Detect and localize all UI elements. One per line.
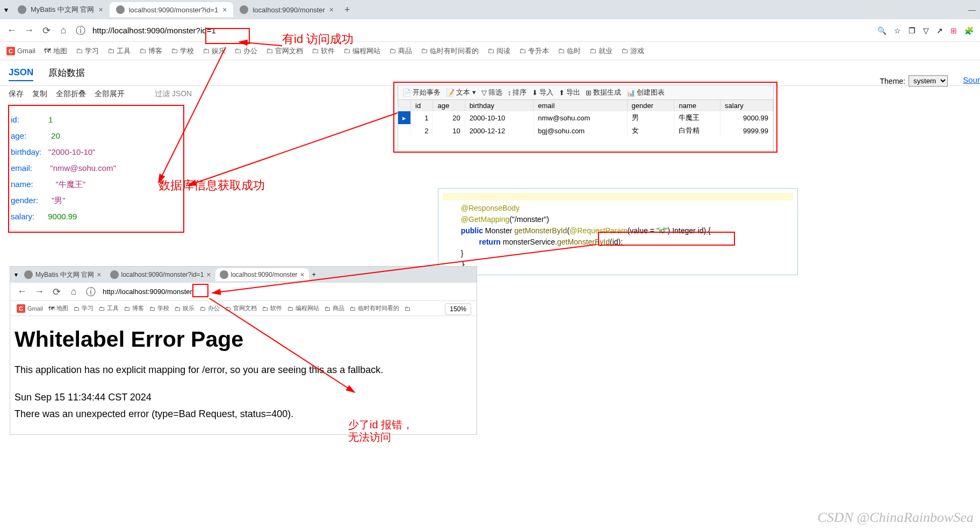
bookmark-item[interactable]: 🗀编程网站 <box>343 46 380 56</box>
zoom-badge[interactable]: 150% <box>445 303 471 315</box>
home-icon[interactable]: ⌂ <box>58 25 69 36</box>
close-icon[interactable]: × <box>97 270 101 279</box>
close-icon[interactable]: × <box>98 5 103 14</box>
tab-monster[interactable]: localhost:9090/monster× <box>215 268 309 281</box>
tab-monster-id[interactable]: localhost:9090/monster?id=1× <box>106 268 215 281</box>
error-browser-window: ▾ MyBatis 中文网 官网× localhost:9090/monster… <box>10 266 477 435</box>
table-row[interactable]: ▸1202000-10-10nmw@sohu.com男牛魔王9000.99 <box>398 111 773 124</box>
bookmark-item[interactable]: 🗀工具 <box>107 46 131 56</box>
chevron-down-icon[interactable]: ▾ <box>15 271 18 278</box>
db-toolbar: 📄 开始事务 📝 文本 ▾ ▽ 筛选 ↕ 排序 ⬇ 导入 ⬆ 导出 ⊞ 数据生成… <box>398 85 774 100</box>
db-chart[interactable]: 📊 创建图表 <box>626 88 665 97</box>
db-export[interactable]: ⬆ 导出 <box>559 88 580 97</box>
collapse-all-button[interactable]: 全部折叠 <box>56 89 86 99</box>
back-icon[interactable]: ← <box>17 287 27 297</box>
bookmark-item[interactable]: 🗀商品 <box>325 304 344 312</box>
extension-icon[interactable]: ⊞ <box>950 26 957 35</box>
col-age[interactable]: age <box>433 100 465 111</box>
close-icon[interactable]: × <box>329 5 334 14</box>
bookmark-item[interactable]: 🗀临时 <box>558 46 581 56</box>
bookmark-item[interactable]: 🗀学习 <box>74 304 93 312</box>
bookmark-item[interactable]: 🗀博客 <box>124 304 144 312</box>
reload-icon[interactable]: ⟳ <box>41 25 52 36</box>
bookmark-item[interactable]: 🗀官网文档 <box>266 46 303 56</box>
tab-raw[interactable]: 原始数据 <box>48 65 85 81</box>
external-icon[interactable]: ↗ <box>936 26 943 35</box>
bookmark-item[interactable]: 🗀学校 <box>171 46 194 56</box>
db-generate[interactable]: ⊞ 数据生成 <box>586 88 621 97</box>
col-gender[interactable]: gender <box>627 100 674 111</box>
bookmark-item[interactable]: 🗀商品 <box>389 46 412 56</box>
bookmark-item[interactable]: 🗀工具 <box>99 304 119 312</box>
forward-icon[interactable]: → <box>24 25 34 36</box>
bookmark-item[interactable]: 🗀临时有时间看的 <box>421 46 479 56</box>
bookmark-item[interactable]: 🗀 <box>405 305 410 312</box>
col-salary[interactable]: salary <box>720 100 773 111</box>
bookmark-item[interactable]: 🗀办公 <box>234 46 257 56</box>
favicon <box>220 270 228 279</box>
close-icon[interactable]: × <box>206 270 211 279</box>
tab-monster[interactable]: localhost:9090/monster× <box>233 2 340 17</box>
theme-select[interactable]: system <box>909 75 948 87</box>
shield-icon[interactable]: ▽ <box>923 26 929 35</box>
copy-button[interactable]: 复制 <box>32 89 47 99</box>
save-button[interactable]: 保存 <box>9 89 24 99</box>
bookmark-item[interactable]: 🗀学校 <box>149 304 169 312</box>
library-icon[interactable]: ❐ <box>909 26 916 35</box>
bookmark-item[interactable]: 🗺地图 <box>48 304 68 312</box>
back-icon[interactable]: ← <box>6 25 17 36</box>
source-link[interactable]: Sour <box>963 75 980 84</box>
minimize-icon[interactable]: — <box>968 5 976 14</box>
forward-icon[interactable]: → <box>34 287 45 297</box>
error-title: Whitelabel Error Page <box>15 327 472 352</box>
bookmark-map[interactable]: 🗺地图 <box>44 46 67 56</box>
db-sort[interactable]: ↕ 排序 <box>508 88 527 97</box>
bookmark-item[interactable]: 🗀阅读 <box>487 46 510 56</box>
info-icon[interactable]: ⓘ <box>75 25 86 36</box>
db-begin-tx[interactable]: 📄 开始事务 <box>402 88 441 97</box>
db-filter[interactable]: ▽ 筛选 <box>481 88 502 97</box>
bookmark-item[interactable]: 🗀学习 <box>76 46 99 56</box>
bookmark-item[interactable]: 🗀游戏 <box>621 46 644 56</box>
col-email[interactable]: email <box>534 100 627 111</box>
bookmark-item[interactable]: 🗀就业 <box>589 46 612 56</box>
table-row[interactable]: 2102000-12-12bgj@sohu.com女白骨精9999.99 <box>398 124 773 137</box>
new-tab-icon[interactable]: + <box>312 271 316 278</box>
bookmark-item[interactable]: 🗀软件 <box>312 46 335 56</box>
bookmark-gmail[interactable]: CGmail <box>6 47 35 55</box>
cursor-line <box>443 193 793 200</box>
star-icon[interactable]: ☆ <box>894 26 901 35</box>
col-id[interactable]: id <box>411 100 433 111</box>
close-icon[interactable]: × <box>300 270 305 279</box>
bookmark-item[interactable]: 🗀娱乐 <box>203 46 226 56</box>
tab-mybatis[interactable]: MyBatis 中文网 官网× <box>11 2 110 18</box>
info-icon[interactable]: ⓘ <box>85 287 96 297</box>
bookmark-item[interactable]: 🗀娱乐 <box>175 304 194 312</box>
table-header-row: id age birthday email gender name salary <box>398 100 773 111</box>
bookmark-item[interactable]: 🗀临时有时间看的 <box>350 304 399 312</box>
db-import[interactable]: ⬇ 导入 <box>532 88 553 97</box>
db-text[interactable]: 📝 文本 ▾ <box>446 88 476 97</box>
close-icon[interactable]: × <box>222 5 227 14</box>
expand-all-button[interactable]: 全部展开 <box>95 89 125 99</box>
tab-json[interactable]: JSON <box>9 65 33 81</box>
bookmark-item[interactable]: 🗀博客 <box>139 46 162 56</box>
bookmark-item[interactable]: 🗀官网文档 <box>225 304 257 312</box>
bookmark-item[interactable]: 🗀编程网站 <box>287 304 319 312</box>
bookmark-gmail[interactable]: CGmail <box>17 304 43 313</box>
bookmark-item[interactable]: 🗀软件 <box>262 304 282 312</box>
col-name[interactable]: name <box>674 100 720 111</box>
bookmark-item[interactable]: 🗀专升本 <box>519 46 549 56</box>
col-birthday[interactable]: birthday <box>465 100 534 111</box>
filter-json-input[interactable]: 过滤 JSON <box>155 89 192 99</box>
new-tab-icon[interactable]: + <box>344 4 350 16</box>
tab-mybatis[interactable]: MyBatis 中文网 官网× <box>20 268 106 282</box>
zoom-icon[interactable]: 🔍 <box>877 26 887 35</box>
chevron-down-icon[interactable]: ▾ <box>4 5 8 14</box>
tab-monster-id[interactable]: localhost:9090/monster?id=1× <box>110 2 234 17</box>
puzzle-icon[interactable]: 🧩 <box>964 26 974 35</box>
bookmark-item[interactable]: 🗀办公 <box>200 304 220 312</box>
url-input[interactable] <box>103 288 470 296</box>
home-icon[interactable]: ⌂ <box>68 287 79 297</box>
reload-icon[interactable]: ⟳ <box>51 287 62 297</box>
